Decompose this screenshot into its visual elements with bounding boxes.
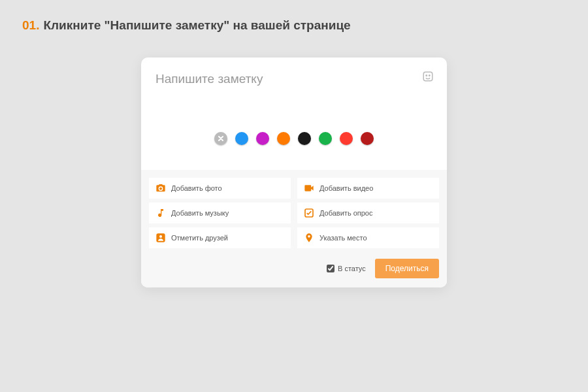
video-icon <box>304 183 314 193</box>
color-swatch-blue[interactable] <box>235 132 248 145</box>
add-music-button[interactable]: Добавить музыку <box>149 203 291 223</box>
color-swatch-dark-red[interactable] <box>361 132 374 145</box>
note-placeholder: Напишите заметку <box>155 72 433 86</box>
color-swatch-red-orange[interactable] <box>340 132 353 145</box>
color-swatch-magenta[interactable] <box>256 132 269 145</box>
tag-friends-button[interactable]: Отметить друзей <box>149 227 291 248</box>
add-place-button[interactable]: Указать место <box>297 227 439 248</box>
svg-point-1 <box>426 75 427 76</box>
status-label: В статус <box>338 265 366 272</box>
tag-friends-label: Отметить друзей <box>171 234 228 242</box>
svg-rect-0 <box>423 72 433 81</box>
music-icon <box>155 208 166 218</box>
svg-point-5 <box>159 235 162 238</box>
poll-icon <box>304 208 314 218</box>
instruction-heading: 01.Кликните "Напишите заметку" на вашей … <box>0 0 588 33</box>
add-music-label: Добавить музыку <box>171 209 229 217</box>
svg-point-2 <box>429 75 431 76</box>
color-picker-row <box>155 86 433 158</box>
attachment-grid: Добавить фото Добавить видео Добавить му… <box>141 170 447 251</box>
add-photo-label: Добавить фото <box>171 184 222 192</box>
note-composer-card: Напишите заметку <box>141 57 447 287</box>
add-video-label: Добавить видео <box>319 184 373 192</box>
status-checkbox[interactable] <box>327 265 335 272</box>
color-clear-icon[interactable] <box>214 132 227 145</box>
step-text: Кликните "Напишите заметку" на вашей стр… <box>43 18 350 32</box>
add-place-label: Указать место <box>319 234 367 242</box>
add-video-button[interactable]: Добавить видео <box>297 178 439 199</box>
composer-footer: В статус Поделиться <box>141 251 447 287</box>
color-swatch-black[interactable] <box>298 132 311 145</box>
step-number: 01. <box>22 18 39 32</box>
status-checkbox-wrapper[interactable]: В статус <box>327 265 366 272</box>
person-icon <box>155 233 166 243</box>
camera-icon <box>155 183 166 193</box>
emoji-icon[interactable] <box>422 71 434 82</box>
color-swatch-orange[interactable] <box>277 132 290 145</box>
add-poll-label: Добавить опрос <box>319 209 372 217</box>
add-poll-button[interactable]: Добавить опрос <box>297 203 439 223</box>
add-photo-button[interactable]: Добавить фото <box>149 178 291 199</box>
color-swatch-green[interactable] <box>319 132 332 145</box>
share-button[interactable]: Поделиться <box>375 259 439 278</box>
note-text-area[interactable]: Напишите заметку <box>141 57 447 170</box>
location-icon <box>304 233 314 243</box>
